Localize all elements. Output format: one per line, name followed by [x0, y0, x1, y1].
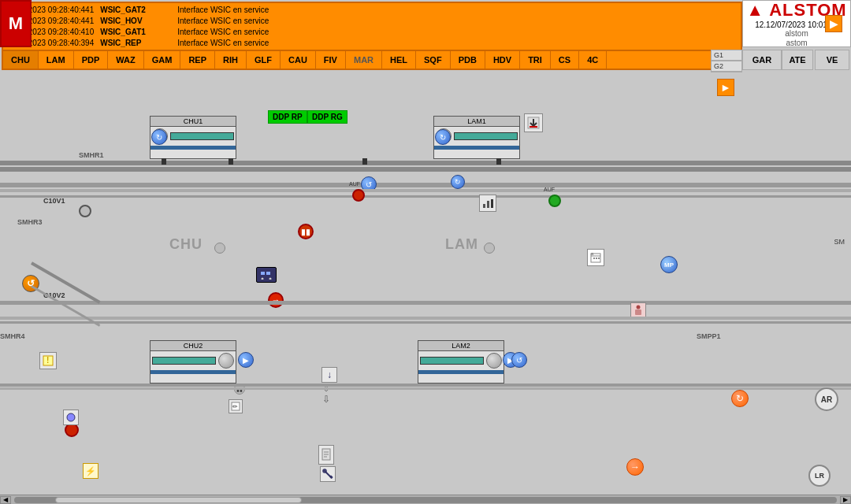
- nav-gam[interactable]: GAM: [144, 51, 181, 69]
- svg-rect-12: [635, 309, 641, 315]
- alert-msg-3: Interface WSIC en service: [177, 27, 738, 38]
- pause-btn[interactable]: ▮▮: [298, 224, 314, 239]
- nav-rep[interactable]: REP: [180, 51, 215, 69]
- m-logo: M: [0, 0, 32, 47]
- alstom-panel: ▲ ALSTOM 12.12/07/2023 10:01:58 alstom a…: [742, 0, 851, 47]
- download-icon: [527, 117, 540, 129]
- alert-row-3: 12/07/2023 09:28:40:410 WSIC_GAT1 Interf…: [6, 27, 738, 38]
- calendar-icon-svg: 31: [590, 252, 601, 263]
- chu-circle: [214, 243, 225, 254]
- g2-tab[interactable]: G2: [711, 61, 742, 72]
- nav-mar[interactable]: MAR: [346, 51, 382, 69]
- lam1-blue-bar: [434, 146, 519, 150]
- lam-label: LAM: [445, 236, 478, 253]
- nav-sqf[interactable]: SQF: [416, 51, 451, 69]
- smpp1-label: SMPP1: [697, 332, 721, 340]
- nav-right-arrow[interactable]: ►: [717, 79, 734, 96]
- chu2-inner: [151, 351, 236, 370]
- lr-btn[interactable]: LR: [808, 465, 831, 487]
- chart-icon[interactable]: [479, 195, 496, 212]
- lam1-circle-arrow[interactable]: ↻: [435, 129, 451, 145]
- chu-bottom-icon[interactable]: [63, 410, 79, 425]
- tool-icon-bottom[interactable]: [318, 445, 334, 465]
- mp-btn[interactable]: MP: [660, 256, 678, 273]
- ar-btn[interactable]: AR: [815, 387, 838, 411]
- nav-forward-arrow[interactable]: ▶: [825, 15, 842, 32]
- bottom-scrollbar[interactable]: ◀ ▶: [0, 495, 851, 504]
- block-marker-2: [229, 158, 233, 165]
- ddp-rp-btn[interactable]: DDP RP: [268, 110, 307, 124]
- wsic-icon[interactable]: [630, 302, 646, 318]
- nav-glf[interactable]: GLF: [247, 51, 281, 69]
- svg-rect-15: [593, 258, 595, 259]
- chu2-platform: [152, 357, 216, 365]
- nav-lam[interactable]: LAM: [39, 51, 74, 69]
- scroll-right-arrow[interactable]: ▶: [840, 496, 851, 504]
- lam-top-arrow[interactable]: ↻: [451, 175, 465, 189]
- red-arrow-circle[interactable]: →: [268, 292, 284, 308]
- chu1-title: CHU1: [151, 117, 236, 127]
- chu2-title: CHU2: [151, 341, 236, 351]
- lam2-back-arrow[interactable]: ↺: [511, 352, 527, 368]
- nav-pdp[interactable]: PDP: [74, 51, 109, 69]
- orange-arrow-bottom[interactable]: →: [626, 458, 644, 476]
- train-icon[interactable]: [256, 267, 277, 283]
- track-lower-1: [0, 384, 851, 387]
- track-bottom-2: [0, 321, 851, 324]
- bottom-icon-1[interactable]: ↓: [321, 367, 337, 383]
- chu2-small-icon[interactable]: ✏: [229, 399, 243, 413]
- alert-source-4: WSIC_REP: [100, 38, 171, 49]
- track-mid-1: [0, 189, 851, 192]
- chu1-platform: [170, 132, 234, 140]
- ddp-rg-btn[interactable]: DDP RG: [307, 110, 347, 124]
- lam2-title: LAM2: [418, 341, 504, 351]
- gar-panel[interactable]: GAR: [742, 50, 782, 70]
- calendar-icon[interactable]: 31: [587, 249, 604, 266]
- alert-msg-4: Interface WSIC en service: [177, 38, 738, 49]
- nav-chu[interactable]: CHU: [3, 51, 39, 69]
- svg-point-21: [67, 413, 75, 421]
- lam1-icon[interactable]: [524, 113, 543, 132]
- ate-panel[interactable]: ATE: [782, 50, 813, 70]
- nav-hdv[interactable]: HDV: [485, 51, 520, 69]
- g1-tab[interactable]: G1: [711, 50, 742, 61]
- smhr1-label: SMHR1: [79, 151, 104, 159]
- nav-rih[interactable]: RIH: [215, 51, 247, 69]
- nav-fiv[interactable]: FIV: [316, 51, 346, 69]
- auf-label-1: AUF: [349, 181, 360, 187]
- lam2-inner: [418, 351, 504, 370]
- lam2-btn-right[interactable]: [486, 353, 502, 369]
- alert-row-4: 12/07/2023 09:28:40:394 WSIC_REP Interfa…: [6, 38, 738, 49]
- nav-pdb[interactable]: PDB: [451, 51, 485, 69]
- nav-cau[interactable]: CAU: [281, 51, 316, 69]
- scroll-track[interactable]: [14, 497, 837, 503]
- scroll-left-arrow[interactable]: ◀: [0, 496, 11, 504]
- nav-4c[interactable]: 4C: [579, 51, 607, 69]
- nav-cs[interactable]: CS: [551, 51, 579, 69]
- alert-source-3: WSIC_GAT1: [100, 27, 171, 38]
- diag-track-2: [31, 285, 100, 327]
- wrench-icon: [322, 469, 333, 480]
- svg-rect-17: [598, 258, 600, 259]
- service-icon-bottom[interactable]: [320, 466, 336, 482]
- alstom-a: ▲: [746, 0, 764, 20]
- nav-hel[interactable]: HEL: [382, 51, 416, 69]
- c10v1-label: C10V1: [43, 197, 65, 205]
- chu2-btn-right[interactable]: [218, 353, 234, 369]
- scroll-thumb[interactable]: [55, 497, 302, 503]
- orange-arrow-right[interactable]: ↻: [731, 390, 749, 407]
- diagram: CHU1 LAM1 DDP RP DDP RG SMHR1 ↻ ↻: [0, 72, 851, 504]
- svg-point-11: [637, 306, 641, 309]
- chu2-blue-bar: [151, 370, 236, 374]
- warning-icon-bottom[interactable]: ⚡: [83, 463, 98, 479]
- nav-waz[interactable]: WAZ: [108, 51, 143, 69]
- chu1-circle-arrow[interactable]: ↻: [151, 129, 167, 145]
- ve-panel[interactable]: VE: [815, 50, 849, 70]
- svg-rect-3: [483, 204, 485, 208]
- nav-tri[interactable]: TRI: [520, 51, 551, 69]
- chu2-right-arrow[interactable]: ▶: [238, 352, 254, 368]
- sm-label: SM: [834, 238, 845, 246]
- smhr4-label: SMHR4: [0, 332, 25, 340]
- track-bottom-1: [0, 317, 851, 320]
- chu-left-icon[interactable]: !: [39, 352, 57, 369]
